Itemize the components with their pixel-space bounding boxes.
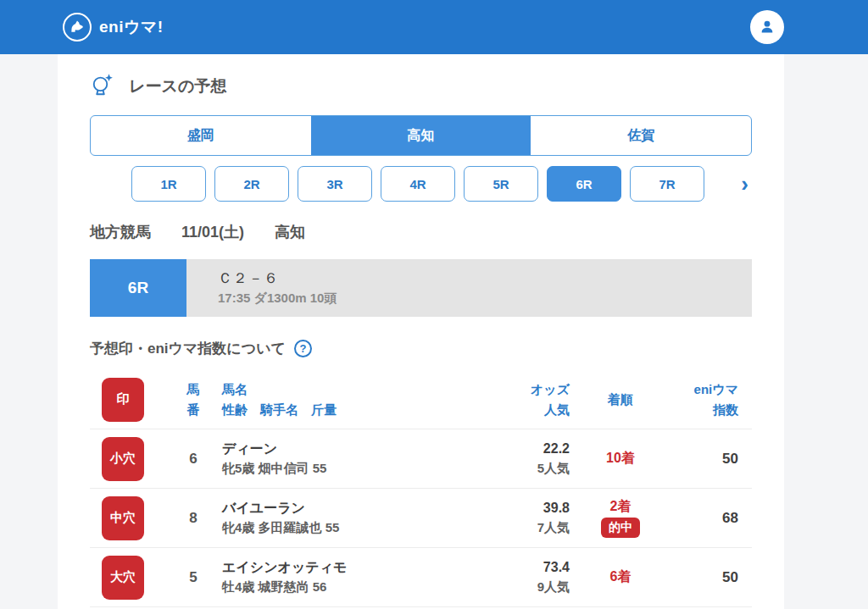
section-head: レースの予想 [90, 69, 752, 103]
table-row: 中穴8バイユーラン牝4歳 多田羅誠也 5539.87人気2着的中68 [90, 489, 752, 548]
meta-venue: 高知 [275, 222, 305, 242]
horse-name: エイシンオッティモ [222, 557, 409, 578]
app-header: eniウマ! [0, 0, 868, 54]
horse-name: バイユーラン [222, 498, 409, 518]
eniuma-index: 50 [671, 451, 752, 468]
table-header-row: 印 馬 番 馬名 性齢 騎手名 斤量 オッズ 人気 着順 eniウマ 指数 [90, 370, 752, 429]
horse-detail: 牝5歳 畑中信司 55 [222, 459, 409, 479]
race-tab-4R[interactable]: 4R [381, 166, 455, 202]
col-header-number: 馬 番 [164, 379, 222, 419]
about-link[interactable]: 予想印・eniウマ指数について ? [90, 339, 752, 358]
table-row: 小穴6ディーン牝5歳 畑中信司 5522.25人気10着50 [90, 429, 752, 489]
odds-value: 73.4 [409, 557, 570, 578]
race-tabs: 1R2R3R4R5R6R7R› [90, 166, 752, 202]
finish-position: 6着 [610, 568, 632, 586]
venue-tab-2[interactable]: 高知 [311, 116, 531, 155]
meta-date: 11/01(土) [181, 222, 244, 242]
hit-badge: 的中 [601, 518, 640, 538]
person-icon [757, 17, 777, 37]
help-icon[interactable]: ? [294, 340, 312, 357]
race-meta: 地方競馬 11/01(土) 高知 [90, 222, 752, 242]
horse-number: 5 [164, 569, 222, 586]
race-tab-2R[interactable]: 2R [214, 166, 289, 202]
mark-badge: 小穴 [102, 437, 144, 481]
mark-badge: 大穴 [102, 556, 144, 600]
col-header-name: 馬名 性齢 騎手名 斤量 [222, 379, 409, 419]
race-banner[interactable]: 6R Ｃ２－６ 17:35 ダ1300m 10頭 [90, 259, 752, 317]
venue-tab-3[interactable]: 佐賀 [531, 116, 751, 155]
about-link-label: 予想印・eniウマ指数について [90, 339, 286, 358]
horse-number: 6 [164, 451, 222, 468]
prediction-table-body: 小穴6ディーン牝5歳 畑中信司 5522.25人気10着50中穴8バイユーラン牝… [90, 429, 752, 607]
meta-category: 地方競馬 [90, 222, 151, 242]
eniuma-index: 68 [671, 510, 752, 527]
race-tab-1R[interactable]: 1R [131, 166, 206, 202]
logo-text: eniウマ! [99, 16, 164, 38]
popularity: 5人気 [409, 459, 570, 479]
app-logo[interactable]: eniウマ! [58, 13, 164, 42]
horse-number: 8 [164, 510, 222, 527]
popularity: 9人気 [409, 578, 570, 597]
crystal-ball-icon [90, 72, 115, 101]
odds-value: 39.8 [409, 498, 570, 518]
race-tab-5R[interactable]: 5R [464, 166, 538, 202]
race-class: Ｃ２－６ [218, 269, 337, 288]
col-header-odds: オッズ 人気 [409, 379, 570, 419]
venue-tabs: 盛岡高知佐賀 [90, 115, 752, 156]
mark-header-badge: 印 [102, 378, 144, 422]
col-header-index: eniウマ 指数 [671, 379, 752, 419]
popularity: 7人気 [409, 518, 570, 538]
finish-position: 2着 [610, 498, 632, 516]
finish-position: 10着 [606, 450, 635, 468]
horse-logo-icon [63, 13, 92, 42]
race-tab-7R[interactable]: 7R [630, 166, 704, 202]
race-tab-6R[interactable]: 6R [547, 166, 621, 202]
horse-detail: 牡4歳 城野慈尚 56 [222, 578, 409, 597]
eniuma-index: 50 [671, 569, 752, 586]
venue-tab-1[interactable]: 盛岡 [91, 116, 311, 155]
user-avatar-button[interactable] [750, 10, 784, 44]
odds-value: 22.2 [409, 439, 570, 459]
prediction-table: 印 馬 番 馬名 性齢 騎手名 斤量 オッズ 人気 着順 eniウマ 指数 小穴… [90, 370, 752, 607]
next-races-chevron-icon[interactable]: › [741, 173, 748, 195]
race-tab-3R[interactable]: 3R [298, 166, 372, 202]
horse-name: ディーン [222, 439, 409, 459]
table-row: 大穴5エイシンオッティモ牡4歳 城野慈尚 5673.49人気6着50 [90, 548, 752, 607]
race-info: 17:35 ダ1300m 10頭 [218, 291, 337, 307]
horse-detail: 牝4歳 多田羅誠也 55 [222, 518, 409, 538]
col-header-result: 着順 [570, 390, 671, 409]
mark-badge: 中穴 [102, 496, 144, 540]
page-title: レースの予想 [129, 75, 226, 97]
race-number-badge: 6R [90, 259, 186, 317]
content-card: レースの予想 盛岡高知佐賀 1R2R3R4R5R6R7R› 地方競馬 11/01… [58, 54, 784, 609]
